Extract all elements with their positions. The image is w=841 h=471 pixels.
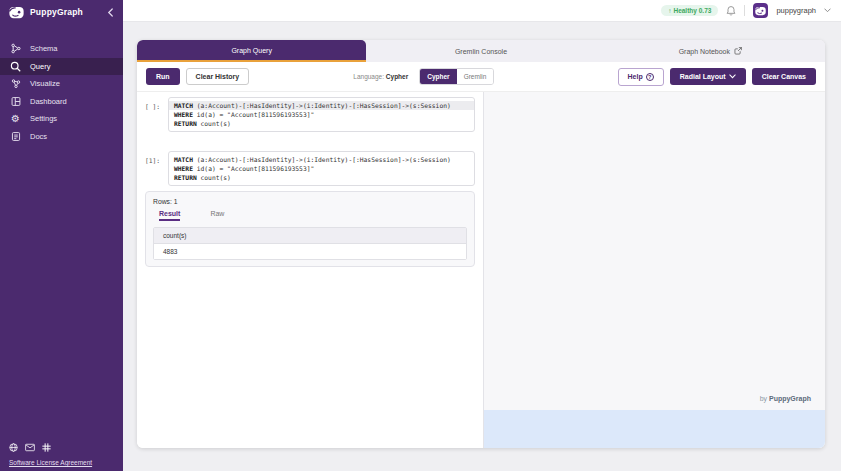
notifications-bell-icon[interactable] (726, 5, 736, 16)
workspace: Graph Query Gremlin Console Graph Notebo… (123, 22, 841, 471)
arrow-up-icon: ↑ (668, 7, 671, 14)
search-icon (10, 61, 21, 72)
graph-canvas[interactable]: by PuppyGraph (483, 92, 825, 448)
tab-graph-notebook[interactable]: Graph Notebook (596, 40, 825, 62)
schema-icon (10, 43, 21, 54)
query-toolbar: Run Clear History Language: Cypher Cyphe… (137, 62, 825, 92)
help-button[interactable]: Help ? (618, 68, 664, 86)
code-line: MATCH (a:Account)-[:HasIdentity]->(i:Ide… (169, 101, 474, 110)
topbar-divider (744, 5, 745, 16)
main-tabs: Graph Query Gremlin Console Graph Notebo… (137, 40, 825, 62)
sidebar-item-settings[interactable]: ⚙ Settings (0, 110, 123, 128)
cell-prompt: [1]: (145, 151, 164, 186)
keyword: WHERE (174, 111, 193, 118)
sidebar-item-label: Dashboard (30, 97, 67, 106)
canvas-footer-band (484, 410, 825, 448)
keyword: WHERE (174, 165, 193, 172)
puppygraph-logo-icon (9, 6, 24, 19)
sidebar-item-label: Visualize (30, 79, 60, 88)
tab-label: Graph Query (231, 47, 271, 54)
code-text: count(s) (197, 174, 231, 181)
app-window: PuppyGraph Schema Query (0, 0, 841, 471)
question-circle-icon: ? (646, 73, 654, 81)
query-cell: [1]: MATCH (a:Account)-[:HasIdentity]->(… (145, 151, 475, 186)
canvas-watermark: by PuppyGraph (760, 395, 811, 402)
executed-query[interactable]: MATCH (a:Account)-[:HasIdentity]->(i:Ide… (168, 151, 475, 186)
sidebar-header: PuppyGraph (0, 0, 123, 24)
layout-label: Radial Layout (680, 73, 726, 80)
query-panels: [ ]: MATCH (a:Account)-[:HasIdentity]->(… (137, 92, 825, 448)
code-line: RETURN count(s) (169, 173, 474, 182)
docs-icon (10, 131, 21, 142)
keyword: RETURN (174, 120, 197, 127)
sidebar-footer: Software License Agreement (9, 443, 92, 466)
code-line: WHERE id(a) = "Account[811596193553]" (169, 110, 474, 119)
sidebar-item-docs[interactable]: Docs (0, 128, 123, 146)
language-option-cypher[interactable]: Cypher (420, 69, 456, 84)
sidebar-item-dashboard[interactable]: Dashboard (0, 93, 123, 111)
language-prefix: Language: (353, 73, 384, 80)
results-column-header: count(s) (154, 228, 466, 244)
keyword: RETURN (174, 174, 197, 181)
query-card: Graph Query Gremlin Console Graph Notebo… (137, 40, 825, 448)
clear-canvas-button[interactable]: Clear Canvas (752, 68, 816, 85)
tab-label: Graph Notebook (679, 48, 730, 55)
gear-icon: ⚙ (10, 113, 21, 124)
slack-icon[interactable] (42, 443, 51, 452)
clear-history-button[interactable]: Clear History (186, 68, 250, 85)
software-license-link[interactable]: Software License Agreement (9, 459, 92, 466)
app-title: PuppyGraph (30, 7, 83, 17)
rows-count-label: Rows: 1 (153, 198, 467, 205)
query-cell: [ ]: MATCH (a:Account)-[:HasIdentity]->(… (145, 97, 475, 132)
query-input[interactable]: MATCH (a:Account)-[:HasIdentity]->(i:Ide… (168, 97, 475, 132)
run-button[interactable]: Run (146, 68, 180, 85)
sidebar-item-label: Settings (30, 114, 57, 123)
keyword: MATCH (174, 156, 193, 163)
sidebar-item-query[interactable]: Query (0, 58, 123, 76)
health-status-text: Healthy 0.73 (673, 7, 711, 14)
watermark-brand: PuppyGraph (769, 395, 811, 402)
topbar: ↑ Healthy 0.73 puppygraph (123, 0, 841, 22)
user-menu-chevron-down-icon[interactable] (824, 8, 831, 13)
sidebar-nav: Schema Query Visualize (0, 40, 123, 145)
website-globe-icon[interactable] (9, 443, 18, 452)
sidebar-item-schema[interactable]: Schema (0, 40, 123, 58)
results-table: count(s) 4883 (153, 227, 467, 260)
language-toggle: Cypher Gremlin (419, 68, 494, 85)
tab-gremlin-console[interactable]: Gremlin Console (366, 40, 595, 62)
sidebar-item-label: Query (30, 62, 50, 71)
keyword: MATCH (174, 102, 193, 109)
watermark-by: by (760, 395, 767, 402)
chevron-down-icon (729, 74, 736, 79)
cell-prompt: [ ]: (145, 97, 164, 132)
sidebar-collapse-icon[interactable] (107, 8, 114, 17)
visualize-icon (10, 78, 21, 89)
code-line: WHERE id(a) = "Account[811596193553]" (169, 164, 474, 173)
results-tabs: Result Raw (153, 210, 467, 221)
language-option-gremlin[interactable]: Gremlin (457, 69, 494, 84)
code-text: id(a) = "Account[811596193553]" (193, 165, 314, 172)
main-area: ↑ Healthy 0.73 puppygraph (123, 0, 841, 471)
user-avatar[interactable] (753, 3, 768, 18)
tab-graph-query[interactable]: Graph Query (137, 40, 366, 62)
tab-result[interactable]: Result (159, 210, 180, 221)
code-text: id(a) = "Account[811596193553]" (193, 111, 314, 118)
dashboard-icon (10, 96, 21, 107)
code-text: (a:Account)-[:HasIdentity]->(i:Identity)… (193, 156, 451, 163)
tab-label: Gremlin Console (455, 48, 507, 55)
query-editor-panel: [ ]: MATCH (a:Account)-[:HasIdentity]->(… (137, 92, 483, 448)
mail-icon[interactable] (25, 443, 35, 452)
tab-raw[interactable]: Raw (210, 210, 224, 221)
external-link-icon (734, 47, 742, 55)
sidebar-item-visualize[interactable]: Visualize (0, 75, 123, 93)
username-label[interactable]: puppygraph (776, 6, 816, 15)
language-value: Cypher (386, 73, 408, 80)
sidebar-item-label: Docs (30, 132, 47, 141)
results-panel: Rows: 1 Result Raw count(s) 4883 (145, 191, 475, 267)
code-line: MATCH (a:Account)-[:HasIdentity]->(i:Ide… (169, 155, 474, 164)
code-text: (a:Account)-[:HasIdentity]->(i:Identity)… (193, 102, 451, 109)
health-status-badge: ↑ Healthy 0.73 (661, 5, 718, 16)
radial-layout-dropdown[interactable]: Radial Layout (670, 68, 746, 85)
help-label: Help (628, 73, 643, 80)
sidebar-item-label: Schema (30, 44, 58, 53)
